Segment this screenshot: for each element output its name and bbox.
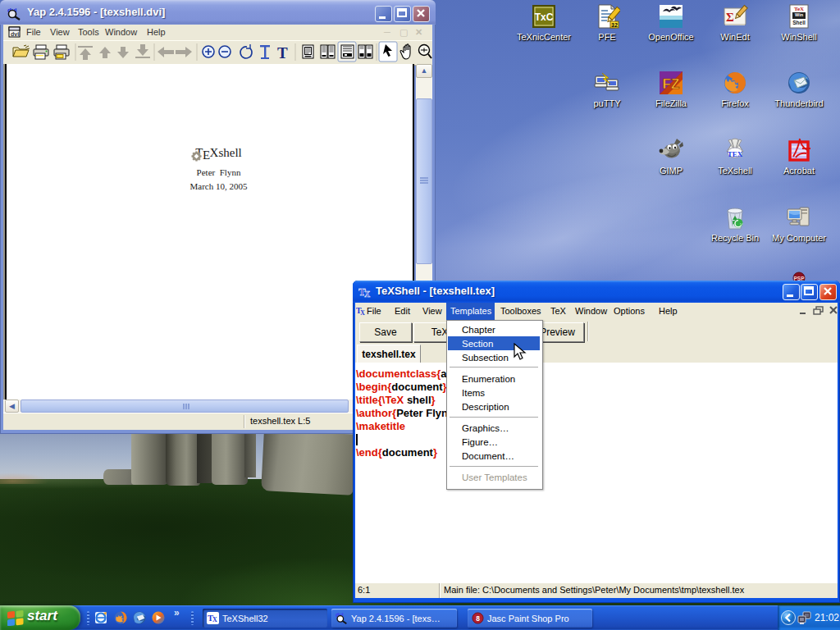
svg-text:dvi: dvi <box>11 31 19 37</box>
svg-text:TEX: TEX <box>728 150 743 158</box>
svg-text:Shell: Shell <box>792 20 806 25</box>
svg-text:Σ: Σ <box>726 11 734 24</box>
svg-text:X: X <box>212 616 217 623</box>
svg-text:TxC: TxC <box>535 11 554 23</box>
svg-text:X: X <box>364 290 371 299</box>
svg-text:32: 32 <box>611 22 618 28</box>
svg-text:T: T <box>277 44 288 62</box>
svg-text:8: 8 <box>476 614 480 623</box>
svg-text:FZ: FZ <box>663 76 680 92</box>
svg-text:Win: Win <box>795 12 804 17</box>
svg-text:X: X <box>360 309 365 317</box>
svg-text:TeX: TeX <box>794 6 804 12</box>
